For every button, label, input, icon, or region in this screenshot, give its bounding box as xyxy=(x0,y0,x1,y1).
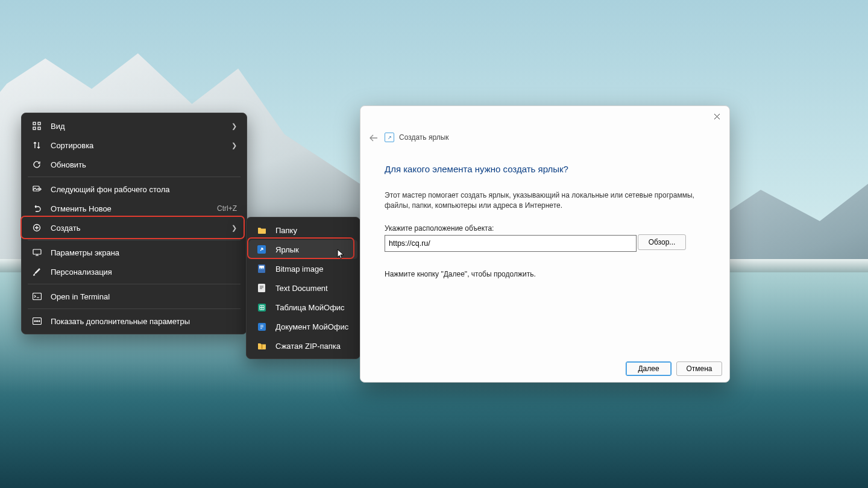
menu-item-label: Обновить xyxy=(51,160,237,169)
menu-item-undo[interactable]: Отменить Новое Ctrl+Z xyxy=(24,199,244,218)
menu-item-create[interactable]: Создать ❯ xyxy=(24,218,244,237)
submenu-item-myoffice-doc[interactable]: Документ МойОфис xyxy=(249,317,357,336)
submenu-item-folder[interactable]: Папку xyxy=(249,221,357,240)
svg-point-11 xyxy=(39,321,40,322)
menu-item-label: Создать xyxy=(51,224,228,233)
menu-item-label: Сортировка xyxy=(51,141,228,150)
location-input[interactable] xyxy=(385,235,637,252)
bitmap-icon xyxy=(256,264,267,273)
folder-icon xyxy=(256,227,267,234)
svg-rect-3 xyxy=(38,127,40,130)
undo-icon xyxy=(31,204,42,213)
image-next-icon xyxy=(31,185,42,193)
menu-item-view[interactable]: Вид ❯ xyxy=(24,116,244,136)
browse-button[interactable]: Обзор... xyxy=(638,234,686,250)
submenu-item-label: Ярлык xyxy=(275,245,350,254)
separator xyxy=(28,177,241,177)
submenu-item-label: Text Document xyxy=(275,284,350,293)
location-label: Укажите расположение объекта: xyxy=(385,224,494,233)
submenu-item-label: Сжатая ZIP-папка xyxy=(275,342,350,351)
separator xyxy=(28,308,241,309)
sort-icon xyxy=(31,141,42,149)
svg-rect-2 xyxy=(33,127,36,130)
chevron-right-icon: ❯ xyxy=(231,224,237,232)
svg-rect-15 xyxy=(258,284,265,292)
back-button[interactable] xyxy=(369,134,379,142)
zip-folder-icon xyxy=(256,342,267,349)
more-options-icon xyxy=(31,318,42,325)
svg-rect-6 xyxy=(33,249,41,254)
chevron-right-icon: ❯ xyxy=(231,122,237,130)
separator xyxy=(28,240,241,240)
menu-item-show-more[interactable]: Показать дополнительные параметры xyxy=(24,311,244,331)
submenu-item-zip[interactable]: Сжатая ZIP-папка xyxy=(249,336,357,355)
menu-item-label: Open in Terminal xyxy=(51,292,237,301)
refresh-icon xyxy=(31,160,42,169)
document-icon xyxy=(256,323,267,331)
dialog-button-bar: Далее Отмена xyxy=(626,361,722,376)
desktop-context-menu: Вид ❯ Сортировка ❯ Обновить Следующий фо… xyxy=(21,113,247,334)
terminal-icon xyxy=(31,293,42,300)
dialog-breadcrumb: ↗ Создать ярлык xyxy=(385,133,449,142)
menu-item-label: Отменить Новое xyxy=(51,204,211,213)
svg-rect-0 xyxy=(33,122,36,125)
submenu-item-label: Документ МойОфис xyxy=(275,322,350,331)
submenu-item-label: Bitmap image xyxy=(275,264,350,274)
chevron-right-icon: ❯ xyxy=(231,142,237,149)
menu-item-label: Показать дополнительные параметры xyxy=(51,317,237,326)
svg-rect-7 xyxy=(33,293,41,300)
dialog-heading: Для какого элемента нужно создать ярлык? xyxy=(385,164,568,174)
menu-item-refresh[interactable]: Обновить xyxy=(24,155,244,174)
svg-point-10 xyxy=(36,321,37,322)
close-button[interactable] xyxy=(708,108,726,124)
menu-item-sort[interactable]: Сортировка ❯ xyxy=(24,136,244,155)
cancel-button[interactable]: Отмена xyxy=(676,361,722,376)
separator xyxy=(28,284,241,284)
menu-item-display-settings[interactable]: Параметры экрана xyxy=(24,243,244,262)
menu-item-label: Параметры экрана xyxy=(51,248,237,257)
menu-item-label: Персонализация xyxy=(51,267,237,277)
dialog-description: Этот мастер помогает создать ярлык, указ… xyxy=(385,190,705,211)
menu-item-personalize[interactable]: Персонализация xyxy=(24,262,244,281)
menu-item-label: Вид xyxy=(51,122,228,131)
menu-item-shortcut: Ctrl+Z xyxy=(217,204,237,213)
create-submenu: Папку Ярлык Bitmap image Text Document Т… xyxy=(246,217,360,359)
submenu-item-shortcut[interactable]: Ярлык xyxy=(249,240,357,259)
display-icon xyxy=(31,248,42,257)
submenu-item-label: Таблица МойОфис xyxy=(275,303,350,312)
svg-rect-18 xyxy=(261,345,262,349)
shortcut-small-icon: ↗ xyxy=(385,133,394,142)
menu-item-open-terminal[interactable]: Open in Terminal xyxy=(24,287,244,306)
text-file-icon xyxy=(256,284,267,292)
submenu-item-label: Папку xyxy=(275,226,350,235)
menu-item-label: Следующий фон рабочего стола xyxy=(51,185,237,194)
submenu-item-bitmap[interactable]: Bitmap image xyxy=(249,259,357,278)
plus-circle-icon xyxy=(31,224,42,232)
grid-icon xyxy=(31,122,42,130)
submenu-item-myoffice-table[interactable]: Таблица МойОфис xyxy=(249,298,357,317)
dialog-hint: Нажмите кнопку "Далее", чтобы продолжить… xyxy=(385,270,536,278)
menu-item-next-background[interactable]: Следующий фон рабочего стола xyxy=(24,180,244,199)
svg-rect-1 xyxy=(38,122,40,125)
next-button[interactable]: Далее xyxy=(626,361,671,376)
shortcut-icon xyxy=(256,245,267,254)
breadcrumb-label: Создать ярлык xyxy=(399,133,449,142)
create-shortcut-dialog: ↗ Создать ярлык Для какого элемента нужн… xyxy=(360,105,730,383)
svg-point-9 xyxy=(34,321,36,322)
brush-icon xyxy=(31,267,42,276)
spreadsheet-icon xyxy=(256,304,267,311)
submenu-item-text[interactable]: Text Document xyxy=(249,278,357,298)
